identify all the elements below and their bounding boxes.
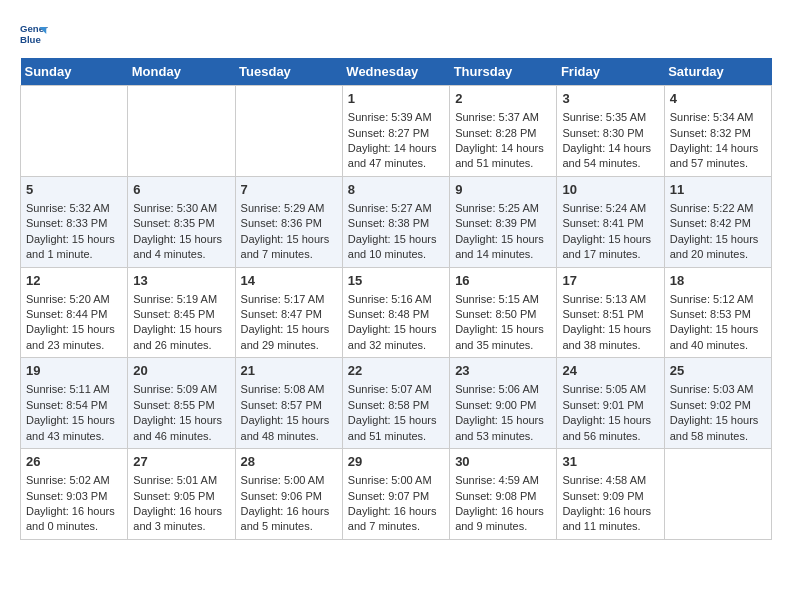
day-info-line: and 32 minutes.	[348, 338, 444, 353]
day-info-line: Daylight: 15 hours	[348, 232, 444, 247]
day-info-line: Sunrise: 5:15 AM	[455, 292, 551, 307]
day-info-line: Sunset: 8:57 PM	[241, 398, 337, 413]
day-number: 17	[562, 272, 658, 290]
day-info-line: and 26 minutes.	[133, 338, 229, 353]
day-number: 15	[348, 272, 444, 290]
day-info-line: Sunrise: 5:27 AM	[348, 201, 444, 216]
day-info-line: Daylight: 15 hours	[26, 232, 122, 247]
day-info-line: Sunrise: 5:39 AM	[348, 110, 444, 125]
day-info-line: Sunset: 8:50 PM	[455, 307, 551, 322]
day-number: 12	[26, 272, 122, 290]
day-info-line: Sunrise: 5:24 AM	[562, 201, 658, 216]
day-info-line: Daylight: 15 hours	[670, 232, 766, 247]
day-number: 21	[241, 362, 337, 380]
day-info-line: and 9 minutes.	[455, 519, 551, 534]
day-info-line: Sunrise: 5:00 AM	[348, 473, 444, 488]
day-info-line: Sunset: 8:51 PM	[562, 307, 658, 322]
day-info-line: and 11 minutes.	[562, 519, 658, 534]
day-info-line: Sunrise: 5:06 AM	[455, 382, 551, 397]
day-number: 6	[133, 181, 229, 199]
day-info-line: and 58 minutes.	[670, 429, 766, 444]
day-number: 4	[670, 90, 766, 108]
day-info-line: and 23 minutes.	[26, 338, 122, 353]
calendar-cell: 4Sunrise: 5:34 AMSunset: 8:32 PMDaylight…	[664, 86, 771, 177]
day-info-line: Sunset: 9:03 PM	[26, 489, 122, 504]
svg-text:Blue: Blue	[20, 34, 41, 45]
day-header-wednesday: Wednesday	[342, 58, 449, 86]
day-number: 11	[670, 181, 766, 199]
day-header-saturday: Saturday	[664, 58, 771, 86]
day-info-line: Daylight: 15 hours	[455, 232, 551, 247]
calendar-cell: 12Sunrise: 5:20 AMSunset: 8:44 PMDayligh…	[21, 267, 128, 358]
day-info-line: Sunset: 8:55 PM	[133, 398, 229, 413]
day-info-line: Sunrise: 5:09 AM	[133, 382, 229, 397]
calendar-cell: 11Sunrise: 5:22 AMSunset: 8:42 PMDayligh…	[664, 176, 771, 267]
day-info-line: Daylight: 15 hours	[241, 232, 337, 247]
day-info-line: and 54 minutes.	[562, 156, 658, 171]
day-info-line: and 3 minutes.	[133, 519, 229, 534]
day-number: 16	[455, 272, 551, 290]
day-number: 29	[348, 453, 444, 471]
calendar-cell: 17Sunrise: 5:13 AMSunset: 8:51 PMDayligh…	[557, 267, 664, 358]
day-info-line: and 51 minutes.	[348, 429, 444, 444]
calendar-cell: 16Sunrise: 5:15 AMSunset: 8:50 PMDayligh…	[450, 267, 557, 358]
week-row-4: 19Sunrise: 5:11 AMSunset: 8:54 PMDayligh…	[21, 358, 772, 449]
calendar-cell: 13Sunrise: 5:19 AMSunset: 8:45 PMDayligh…	[128, 267, 235, 358]
calendar-cell: 10Sunrise: 5:24 AMSunset: 8:41 PMDayligh…	[557, 176, 664, 267]
day-number: 5	[26, 181, 122, 199]
day-number: 23	[455, 362, 551, 380]
calendar-cell: 25Sunrise: 5:03 AMSunset: 9:02 PMDayligh…	[664, 358, 771, 449]
day-header-thursday: Thursday	[450, 58, 557, 86]
day-info-line: Sunrise: 5:37 AM	[455, 110, 551, 125]
day-number: 13	[133, 272, 229, 290]
day-info-line: Sunrise: 5:00 AM	[241, 473, 337, 488]
day-info-line: and 35 minutes.	[455, 338, 551, 353]
day-info-line: and 14 minutes.	[455, 247, 551, 262]
calendar-table: SundayMondayTuesdayWednesdayThursdayFrid…	[20, 58, 772, 540]
day-info-line: Sunset: 8:45 PM	[133, 307, 229, 322]
day-info-line: Sunset: 8:44 PM	[26, 307, 122, 322]
day-info-line: Sunrise: 5:32 AM	[26, 201, 122, 216]
logo: General Blue	[20, 20, 48, 48]
day-info-line: Daylight: 15 hours	[26, 322, 122, 337]
calendar-cell: 26Sunrise: 5:02 AMSunset: 9:03 PMDayligh…	[21, 449, 128, 540]
day-info-line: Sunset: 9:09 PM	[562, 489, 658, 504]
calendar-cell: 8Sunrise: 5:27 AMSunset: 8:38 PMDaylight…	[342, 176, 449, 267]
day-info-line: and 10 minutes.	[348, 247, 444, 262]
day-number: 24	[562, 362, 658, 380]
day-info-line: Daylight: 15 hours	[562, 413, 658, 428]
day-info-line: Daylight: 15 hours	[670, 413, 766, 428]
day-info-line: Daylight: 15 hours	[562, 232, 658, 247]
day-info-line: and 57 minutes.	[670, 156, 766, 171]
day-number: 26	[26, 453, 122, 471]
calendar-cell: 7Sunrise: 5:29 AMSunset: 8:36 PMDaylight…	[235, 176, 342, 267]
day-info-line: and 53 minutes.	[455, 429, 551, 444]
day-info-line: and 48 minutes.	[241, 429, 337, 444]
day-info-line: Sunrise: 5:20 AM	[26, 292, 122, 307]
calendar-cell	[21, 86, 128, 177]
day-info-line: and 40 minutes.	[670, 338, 766, 353]
day-info-line: Sunrise: 5:13 AM	[562, 292, 658, 307]
calendar-cell: 28Sunrise: 5:00 AMSunset: 9:06 PMDayligh…	[235, 449, 342, 540]
day-info-line: Daylight: 15 hours	[562, 322, 658, 337]
week-row-1: 1Sunrise: 5:39 AMSunset: 8:27 PMDaylight…	[21, 86, 772, 177]
calendar-cell: 19Sunrise: 5:11 AMSunset: 8:54 PMDayligh…	[21, 358, 128, 449]
day-number: 28	[241, 453, 337, 471]
day-info-line: Daylight: 16 hours	[26, 504, 122, 519]
calendar-cell: 6Sunrise: 5:30 AMSunset: 8:35 PMDaylight…	[128, 176, 235, 267]
day-info-line: Sunset: 8:47 PM	[241, 307, 337, 322]
calendar-cell: 15Sunrise: 5:16 AMSunset: 8:48 PMDayligh…	[342, 267, 449, 358]
calendar-cell: 30Sunrise: 4:59 AMSunset: 9:08 PMDayligh…	[450, 449, 557, 540]
day-info-line: Sunrise: 4:59 AM	[455, 473, 551, 488]
calendar-cell	[128, 86, 235, 177]
day-info-line: Sunrise: 5:29 AM	[241, 201, 337, 216]
day-number: 20	[133, 362, 229, 380]
day-header-sunday: Sunday	[21, 58, 128, 86]
day-info-line: and 7 minutes.	[348, 519, 444, 534]
day-info-line: Daylight: 15 hours	[455, 322, 551, 337]
day-info-line: Sunrise: 5:08 AM	[241, 382, 337, 397]
day-info-line: Daylight: 15 hours	[133, 413, 229, 428]
calendar-cell: 1Sunrise: 5:39 AMSunset: 8:27 PMDaylight…	[342, 86, 449, 177]
day-info-line: Sunset: 8:53 PM	[670, 307, 766, 322]
day-number: 30	[455, 453, 551, 471]
